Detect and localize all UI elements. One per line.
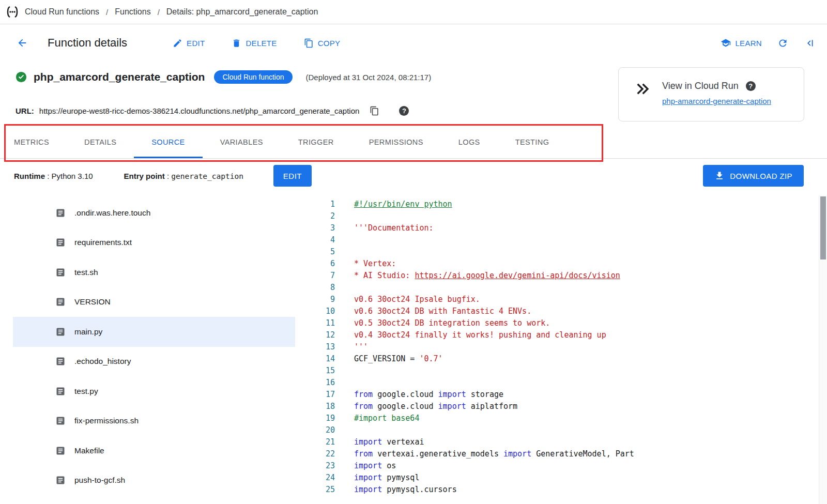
tab-variables[interactable]: VARIABLES — [203, 128, 281, 158]
file-name: .ondir.was.here.touch — [74, 208, 150, 218]
line-number: 25 — [310, 484, 335, 496]
code-line-13: 13''' — [310, 341, 819, 353]
file-icon — [55, 267, 66, 278]
file-icon — [55, 386, 66, 396]
copy-url-button[interactable] — [370, 106, 379, 116]
file-item-test.py[interactable]: test.py — [13, 376, 295, 406]
refresh-button[interactable] — [777, 38, 788, 49]
tab-details[interactable]: DETAILS — [67, 128, 134, 158]
delete-button-label: DELETE — [246, 39, 277, 48]
back-button[interactable] — [17, 37, 28, 49]
line-number: 13 — [310, 341, 335, 353]
deployed-timestamp: (Deployed at 31 Oct 2024, 08:21:17) — [306, 73, 432, 82]
learn-button[interactable]: LEARN — [721, 38, 762, 48]
delete-button[interactable]: DELETE — [232, 38, 277, 48]
tab-logs[interactable]: LOGS — [441, 128, 498, 158]
line-number: 3 — [310, 222, 335, 234]
cloud-run-service-link[interactable]: php-amarcord-generate-caption — [662, 97, 771, 105]
code-editor[interactable]: 1#!/usr/bin/env python2 3'''Documentatio… — [310, 196, 819, 504]
url-help-icon[interactable]: ? — [399, 106, 409, 116]
code-line-20: 20 — [310, 424, 819, 436]
tab-testing[interactable]: TESTING — [498, 128, 567, 158]
download-zip-button[interactable]: DOWNLOAD ZIP — [703, 165, 804, 187]
breadcrumb-item: Details: php_amarcord_generate_caption — [166, 7, 318, 17]
file-icon — [55, 327, 66, 337]
file-item-VERSION[interactable]: VERSION — [13, 287, 295, 317]
file-item-.ondir.was.here.touch[interactable]: .ondir.was.here.touch — [13, 198, 295, 228]
line-content: import vertexai — [354, 436, 424, 448]
edit-button[interactable]: EDIT — [173, 38, 205, 48]
collapse-panel-button[interactable] — [804, 38, 815, 49]
code-line-4: 4 — [310, 234, 819, 246]
refresh-icon — [777, 38, 788, 49]
file-icon — [55, 446, 66, 456]
line-content — [354, 377, 359, 389]
view-in-cloud-run-card: View in Cloud Run ? php-amarcord-generat… — [618, 67, 804, 121]
code-line-22: 22from vertexai.generative_models import… — [310, 448, 819, 460]
edit-source-button[interactable]: EDIT — [273, 165, 312, 187]
file-item-.echodo_history[interactable]: .echodo_history — [13, 347, 295, 377]
breadcrumb-item[interactable]: Cloud Run functions — [25, 7, 99, 17]
line-content: * AI Studio: https://ai.google.dev/gemin… — [354, 270, 620, 282]
line-content: import pymysql — [354, 472, 419, 484]
file-item-push-to-gcf.sh[interactable]: push-to-gcf.sh — [13, 466, 295, 496]
code-line-7: 7* AI Studio: https://ai.google.dev/gemi… — [310, 270, 819, 282]
copy-icon — [304, 38, 314, 48]
page-title: Function details — [48, 36, 127, 50]
url-label: URL: — [16, 106, 34, 115]
code-line-15: 15 — [310, 365, 819, 377]
file-name: main.py — [74, 327, 102, 337]
editor-scrollbar[interactable] — [819, 195, 827, 504]
code-line-16: 16 — [310, 377, 819, 389]
line-content: * Vertex: — [354, 258, 396, 270]
line-content — [354, 365, 359, 377]
entry-point-label: Entry point — [124, 172, 165, 180]
line-number: 11 — [310, 317, 335, 329]
line-number: 4 — [310, 234, 335, 246]
copy-button[interactable]: COPY — [304, 38, 341, 48]
code-line-3: 3'''Documentation: — [310, 222, 819, 234]
line-number: 12 — [310, 329, 335, 341]
function-actions: EDIT DELETE COPY — [173, 38, 340, 48]
cloud-run-function-badge: Cloud Run function — [214, 70, 292, 84]
file-icon — [55, 208, 66, 218]
file-item-test.sh[interactable]: test.sh — [13, 257, 295, 287]
cloud-run-icon — [634, 81, 651, 97]
entry-point-value: generate_caption — [171, 172, 243, 180]
function-header: php_amarcord_generate_caption Cloud Run … — [16, 70, 431, 84]
tab-trigger[interactable]: TRIGGER — [281, 128, 351, 158]
breadcrumb-item[interactable]: Functions — [115, 7, 150, 17]
line-number: 7 — [310, 270, 335, 282]
scrollbar-thumb[interactable] — [820, 196, 826, 259]
back-arrow-icon — [17, 37, 28, 49]
file-item-main.py[interactable]: main.py — [13, 317, 295, 347]
edit-button-label: EDIT — [187, 39, 205, 48]
header-right-controls: LEARN — [721, 38, 815, 49]
file-item-fix-permissions.sh[interactable]: fix-permissions.sh — [13, 406, 295, 436]
tab-permissions[interactable]: PERMISSIONS — [351, 128, 441, 158]
cloud-run-help-icon[interactable]: ? — [746, 81, 756, 91]
tab-metrics[interactable]: METRICS — [14, 128, 67, 158]
line-content: from vertexai.generative_models import G… — [354, 448, 634, 460]
file-icon — [55, 416, 66, 426]
learn-icon — [721, 38, 731, 48]
code-line-14: 14GCF_VERSION = '0.7' — [310, 353, 819, 365]
file-item-Makefile[interactable]: Makefile — [13, 436, 295, 466]
line-number: 6 — [310, 258, 335, 270]
file-item-requirements.txt[interactable]: requirements.txt — [13, 228, 295, 258]
code-line-21: 21import vertexai — [310, 436, 819, 448]
line-number: 15 — [310, 365, 335, 377]
line-number: 9 — [310, 294, 335, 306]
code-line-23: 23import os — [310, 460, 819, 472]
tab-source[interactable]: SOURCE — [134, 128, 202, 158]
code-line-19: 19#import base64 — [310, 413, 819, 424]
line-content: v0.5 30oct24 DB integration seems to wor… — [354, 317, 550, 329]
file-icon — [55, 356, 66, 366]
code-line-5: 5 — [310, 246, 819, 258]
breadcrumb-separator: / — [106, 8, 108, 17]
copy-button-label: COPY — [318, 39, 341, 48]
file-icon — [55, 475, 66, 485]
file-name: requirements.txt — [74, 238, 132, 247]
action-bar: Function details EDIT DELETE COPY — [0, 24, 827, 62]
line-number: 16 — [310, 377, 335, 389]
